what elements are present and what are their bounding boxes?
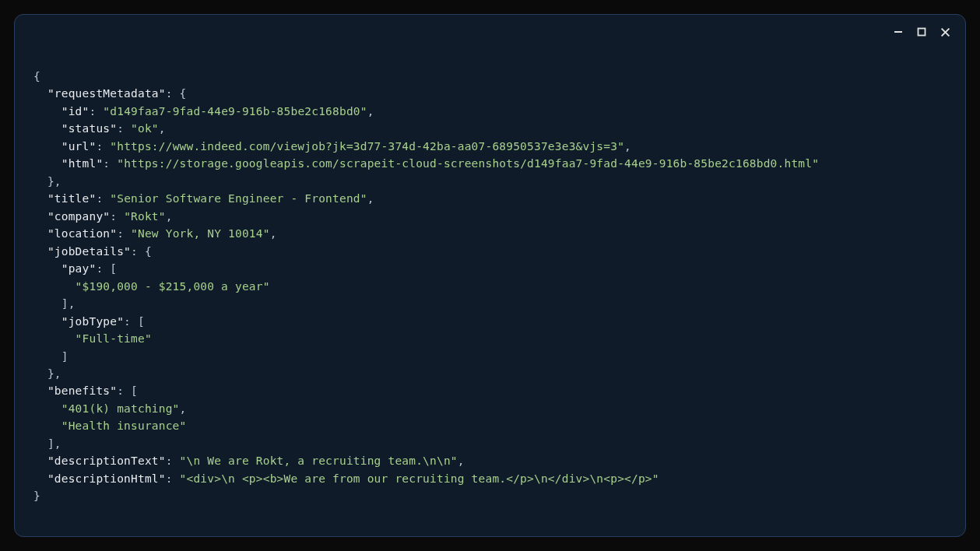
code-token-string: "https://storage.googleapis.com/scrapeit…: [117, 157, 819, 170]
svg-rect-1: [919, 29, 926, 36]
code-token-punct: :: [89, 105, 103, 118]
code-line: }: [33, 487, 947, 504]
code-token-punct: ],: [61, 297, 76, 310]
terminal-window: { "requestMetadata": { "id": "d149faa7-9…: [14, 14, 966, 537]
code-token-key: "company": [47, 210, 110, 223]
code-line: {: [33, 68, 947, 85]
code-token-string: "New York, NY 10014": [131, 227, 270, 240]
code-line: ]: [33, 348, 947, 365]
code-line: "title": "Senior Software Engineer - Fro…: [33, 190, 947, 207]
code-token-punct: :: [96, 140, 110, 153]
code-line: "requestMetadata": {: [33, 85, 947, 102]
code-token-punct: : [: [96, 262, 117, 275]
code-token-string: "Rokt": [124, 210, 166, 223]
code-token-key: "benefits": [47, 384, 117, 397]
code-token-key: "jobDetails": [47, 245, 131, 258]
code-token-key: "requestMetadata": [47, 87, 166, 100]
code-token-string: "Health insurance": [61, 419, 187, 432]
code-token-punct: }: [33, 490, 40, 502]
close-icon: [940, 27, 950, 37]
code-token-punct: :: [166, 472, 180, 485]
code-token-key: "jobType": [61, 315, 124, 328]
code-token-punct: :: [96, 192, 110, 205]
code-line: "company": "Rokt",: [33, 208, 947, 225]
code-token-key: "status": [61, 122, 117, 135]
code-line: },: [33, 173, 947, 190]
code-line: "benefits": [: [33, 382, 947, 399]
code-token-punct: :: [166, 454, 180, 467]
maximize-button[interactable]: [915, 26, 928, 38]
code-content[interactable]: { "requestMetadata": { "id": "d149faa7-9…: [33, 68, 947, 505]
code-token-punct: ,: [367, 192, 374, 205]
code-token-string: "https://www.indeed.com/viewjob?jk=3d77-…: [110, 140, 624, 153]
code-token-key: "id": [61, 105, 90, 118]
code-token-punct: :: [103, 157, 117, 170]
code-line: "descriptionHtml": "<div>\n <p><b>We are…: [33, 470, 947, 487]
code-token-punct: : {: [131, 245, 152, 258]
code-token-punct: ]: [61, 350, 68, 363]
code-token-string: "Full-time": [76, 332, 152, 345]
code-line: "descriptionText": "\n We are Rokt, a re…: [33, 452, 947, 469]
code-token-punct: :: [117, 227, 131, 240]
code-line: },: [33, 365, 947, 382]
code-token-punct: },: [47, 367, 61, 380]
code-token-punct: ,: [624, 140, 631, 153]
code-line: ],: [33, 435, 947, 452]
svg-rect-0: [894, 31, 902, 33]
code-token-punct: ,: [367, 105, 374, 118]
code-token-punct: ,: [166, 210, 173, 223]
code-line: "html": "https://storage.googleapis.com/…: [33, 155, 947, 172]
code-line: "pay": [: [33, 260, 947, 277]
code-line: "401(k) matching",: [33, 400, 947, 417]
code-token-string: "$190,000 - $215,000 a year": [76, 280, 270, 293]
code-token-key: "descriptionHtml": [47, 472, 166, 485]
code-token-key: "pay": [61, 262, 97, 275]
minimize-icon: [894, 27, 903, 37]
code-token-punct: : [: [124, 315, 145, 328]
window-controls: [892, 26, 951, 38]
code-token-string: "Senior Software Engineer - Frontend": [110, 192, 367, 205]
code-token-key: "html": [61, 157, 104, 170]
code-token-key: "url": [61, 140, 97, 153]
code-token-punct: ,: [180, 402, 187, 415]
code-token-key: "descriptionText": [47, 454, 166, 467]
code-token-punct: : [: [117, 384, 138, 397]
minimize-button[interactable]: [892, 26, 904, 38]
code-token-punct: :: [110, 210, 124, 223]
code-token-punct: ,: [458, 454, 465, 467]
code-token-punct: ,: [159, 122, 166, 135]
code-line: "status": "ok",: [33, 120, 947, 137]
code-token-punct: {: [33, 70, 40, 82]
code-line: "url": "https://www.indeed.com/viewjob?j…: [33, 138, 947, 155]
code-token-punct: },: [47, 175, 61, 188]
maximize-icon: [917, 27, 926, 37]
code-token-key: "location": [47, 227, 117, 240]
close-button[interactable]: [939, 26, 951, 38]
code-line: "$190,000 - $215,000 a year": [33, 278, 947, 295]
code-line: "location": "New York, NY 10014",: [33, 225, 947, 242]
code-token-key: "title": [47, 192, 97, 205]
code-token-punct: : {: [166, 87, 187, 100]
code-token-punct: ,: [270, 227, 277, 240]
code-token-string: "d149faa7-9fad-44e9-916b-85be2c168bd0": [103, 105, 367, 118]
code-line: ],: [33, 295, 947, 312]
code-line: "Health insurance": [33, 417, 947, 434]
code-line: "id": "d149faa7-9fad-44e9-916b-85be2c168…: [33, 103, 947, 120]
code-line: "jobDetails": {: [33, 243, 947, 260]
code-line: "jobType": [: [33, 313, 947, 330]
code-line: "Full-time": [33, 330, 947, 347]
code-token-punct: :: [117, 122, 131, 135]
code-token-string: "401(k) matching": [61, 402, 180, 415]
code-token-punct: ],: [47, 437, 61, 450]
code-token-string: "ok": [131, 122, 159, 135]
code-token-string: "\n We are Rokt, a recruiting team.\n\n": [180, 454, 458, 467]
code-token-string: "<div>\n <p><b>We are from our recruitin…: [180, 472, 659, 485]
